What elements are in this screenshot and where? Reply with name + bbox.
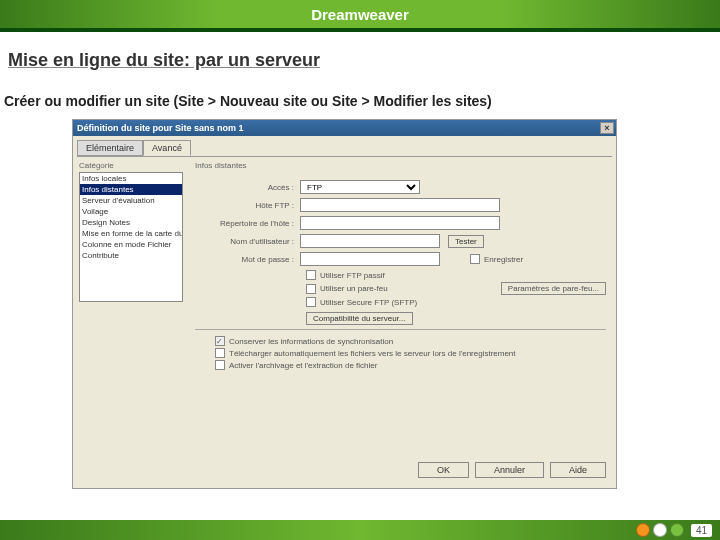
remote-info-label: Infos distantes	[195, 161, 606, 170]
tab-basic[interactable]: Elémentaire	[77, 140, 143, 156]
list-item[interactable]: Contribute	[80, 250, 182, 261]
dialog-body: Catégorie Infos locales Infos distantes …	[77, 156, 612, 456]
list-item[interactable]: Design Notes	[80, 217, 182, 228]
server-compat-button[interactable]: Compatibilité du serveur...	[306, 312, 413, 325]
dot-icon	[653, 523, 667, 537]
dot-icon	[636, 523, 650, 537]
list-item[interactable]: Infos distantes	[80, 184, 182, 195]
slide-subtitle: Créer ou modifier un site (Site > Nouvea…	[0, 75, 720, 119]
list-item[interactable]: Colonne en mode Fichier	[80, 239, 182, 250]
auto-upload-checkbox[interactable]	[215, 348, 225, 358]
access-label: Accès :	[195, 183, 300, 192]
password-label: Mot de passe :	[195, 255, 300, 264]
dialog-tabs: Elémentaire Avancé	[73, 136, 616, 156]
list-item[interactable]: Voilage	[80, 206, 182, 217]
list-item[interactable]: Serveur d'évaluation	[80, 195, 182, 206]
dot-icon	[670, 523, 684, 537]
header-band: Dreamweaver	[0, 0, 720, 32]
tab-advanced[interactable]: Avancé	[143, 140, 191, 156]
test-button[interactable]: Tester	[448, 235, 484, 248]
remote-info-panel: Infos distantes Accès : FTP Hôte FTP : R…	[187, 157, 612, 456]
slide-title: Mise en ligne du site: par un serveur	[0, 32, 720, 75]
dialog-titlebar: Définition du site pour Site sans nom 1 …	[73, 120, 616, 136]
host-folder-input[interactable]	[300, 216, 500, 230]
category-label: Catégorie	[79, 161, 183, 170]
ftp-host-input[interactable]	[300, 198, 500, 212]
sftp-label: Utiliser Secure FTP (SFTP)	[320, 298, 417, 307]
category-list[interactable]: Infos locales Infos distantes Serveur d'…	[79, 172, 183, 302]
ok-button[interactable]: OK	[418, 462, 469, 478]
sync-checkbox[interactable]: ✓	[215, 336, 225, 346]
firewall-checkbox[interactable]	[306, 284, 316, 294]
cancel-button[interactable]: Annuler	[475, 462, 544, 478]
dialog-title: Définition du site pour Site sans nom 1	[77, 123, 244, 133]
firewall-settings-button[interactable]: Paramètres de pare-feu...	[501, 282, 606, 295]
save-password-checkbox[interactable]	[470, 254, 480, 264]
access-select[interactable]: FTP	[300, 180, 420, 194]
firewall-label: Utiliser un pare-feu	[320, 284, 388, 293]
checkout-checkbox[interactable]	[215, 360, 225, 370]
close-icon[interactable]: ×	[600, 122, 614, 134]
checkout-label: Activer l'archivage et l'extraction de f…	[229, 361, 377, 370]
footer-band: 41	[0, 520, 720, 540]
auto-upload-label: Télécharger automatiquement les fichiers…	[229, 349, 516, 358]
save-password-label: Enregistrer	[484, 255, 523, 264]
category-column: Catégorie Infos locales Infos distantes …	[77, 157, 187, 456]
divider	[195, 329, 606, 330]
sftp-checkbox[interactable]	[306, 297, 316, 307]
sync-label: Conserver les informations de synchronis…	[229, 337, 393, 346]
passive-ftp-label: Utiliser FTP passif	[320, 271, 385, 280]
page-number: 41	[691, 524, 712, 537]
list-item[interactable]: Mise en forme de la carte du site	[80, 228, 182, 239]
app-title: Dreamweaver	[311, 6, 409, 23]
host-folder-label: Répertoire de l'hôte :	[195, 219, 300, 228]
login-label: Nom d'utilisateur :	[195, 237, 300, 246]
login-input[interactable]	[300, 234, 440, 248]
site-definition-dialog: Définition du site pour Site sans nom 1 …	[72, 119, 617, 489]
passive-ftp-checkbox[interactable]	[306, 270, 316, 280]
help-button[interactable]: Aide	[550, 462, 606, 478]
password-input[interactable]	[300, 252, 440, 266]
ftp-host-label: Hôte FTP :	[195, 201, 300, 210]
dialog-button-row: OK Annuler Aide	[73, 456, 616, 478]
list-item[interactable]: Infos locales	[80, 173, 182, 184]
